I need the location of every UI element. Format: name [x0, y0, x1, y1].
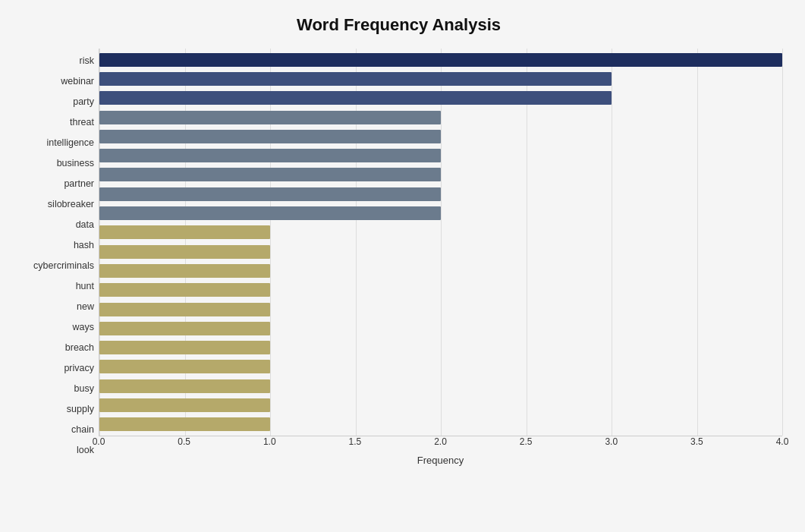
- bar: [99, 398, 270, 412]
- y-label: data: [76, 214, 99, 235]
- y-label: privacy: [64, 357, 99, 378]
- bar-row: [99, 165, 782, 184]
- bar-row: [99, 146, 782, 165]
- y-label: ways: [73, 316, 99, 337]
- x-label: 1.0: [263, 436, 276, 447]
- y-label: partner: [64, 173, 99, 194]
- x-label: 3.5: [690, 436, 703, 447]
- bar: [99, 245, 270, 259]
- bar-row: [99, 338, 782, 357]
- bar: [99, 225, 270, 239]
- chart-main: Word Frequency Analysis riskwebinarparty…: [15, 15, 782, 486]
- bars-and-grid: [99, 49, 782, 436]
- bar-row: [99, 415, 782, 434]
- y-label: party: [73, 91, 99, 112]
- bar-row: [99, 108, 782, 127]
- y-label: risk: [80, 50, 99, 71]
- y-label: hash: [74, 235, 99, 255]
- bar: [99, 283, 270, 297]
- bar: [99, 149, 441, 162]
- bar: [99, 264, 270, 278]
- bar: [99, 360, 270, 373]
- bar-row: [99, 69, 782, 88]
- bar: [99, 417, 270, 431]
- bar: [99, 341, 270, 354]
- bottom-section: 0.00.51.01.52.02.53.03.54.0 Frequency: [99, 436, 782, 474]
- x-axis-title: Frequency: [99, 455, 782, 466]
- bar: [99, 53, 782, 67]
- y-axis: riskwebinarpartythreatintelligencebusine…: [15, 49, 99, 474]
- bar: [99, 187, 441, 201]
- chart-area: riskwebinarpartythreatintelligencebusine…: [15, 49, 782, 474]
- bar-row: [99, 184, 782, 203]
- bar-row: [99, 300, 782, 319]
- bar-row: [99, 242, 782, 261]
- bar: [99, 91, 612, 105]
- bar: [99, 168, 441, 181]
- x-label: 0.0: [93, 436, 105, 447]
- bar-row: [99, 357, 782, 376]
- x-label: 1.5: [349, 436, 362, 447]
- y-label: threat: [70, 112, 99, 132]
- bars-wrapper: [99, 49, 782, 436]
- y-label: cybercriminals: [33, 255, 99, 275]
- bar-row: [99, 89, 782, 108]
- bar-row: [99, 281, 782, 300]
- grid-line: [782, 49, 783, 436]
- chart-container: Word Frequency Analysis riskwebinarparty…: [0, 0, 805, 532]
- chart-title: Word Frequency Analysis: [15, 15, 782, 35]
- bar-row: [99, 50, 782, 69]
- y-label: breach: [65, 337, 99, 357]
- bar: [99, 322, 270, 335]
- x-label: 2.5: [520, 436, 533, 447]
- y-label: intelligence: [46, 132, 99, 153]
- bar-row: [99, 261, 782, 280]
- bar-row: [99, 203, 782, 222]
- bar-row: [99, 127, 782, 146]
- y-label: business: [57, 153, 99, 173]
- y-label: supply: [67, 398, 99, 419]
- bar-row: [99, 376, 782, 395]
- y-label: webinar: [61, 71, 99, 91]
- x-label: 2.0: [434, 436, 447, 447]
- y-label: hunt: [76, 275, 99, 296]
- bar: [99, 111, 441, 124]
- x-label: 3.0: [605, 436, 618, 447]
- y-label: silobreaker: [48, 194, 99, 214]
- bar-row: [99, 223, 782, 242]
- x-label: 0.5: [178, 436, 190, 447]
- bar: [99, 72, 612, 86]
- bar: [99, 379, 270, 393]
- y-label: new: [77, 296, 99, 316]
- bar-row: [99, 395, 782, 414]
- bar-row: [99, 319, 782, 338]
- bar: [99, 303, 270, 316]
- bar: [99, 130, 441, 143]
- bar: [99, 206, 441, 220]
- y-label: busy: [74, 378, 99, 398]
- x-label: 4.0: [776, 436, 789, 447]
